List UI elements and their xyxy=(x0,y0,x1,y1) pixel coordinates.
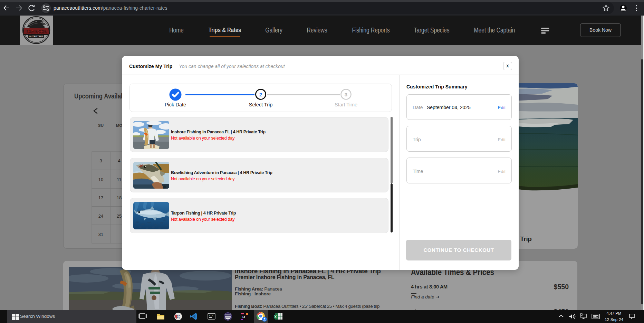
svg-text:MO: MO xyxy=(116,123,123,127)
svg-text:11: 11 xyxy=(117,177,122,182)
svg-text:C:\: C:\ xyxy=(209,314,213,317)
svg-text:3: 3 xyxy=(345,92,347,97)
svg-text:18: 18 xyxy=(117,195,122,200)
svg-text:OUTFITTERS: OUTFITTERS xyxy=(29,35,44,38)
svg-text:17: 17 xyxy=(98,195,103,200)
svg-text:2: 2 xyxy=(259,92,262,97)
svg-text:IJ: IJ xyxy=(242,315,245,319)
svg-text:31: 31 xyxy=(98,232,103,237)
svg-text:24: 24 xyxy=(98,213,103,219)
svg-text:25: 25 xyxy=(117,213,122,219)
svg-text:10: 10 xyxy=(98,177,103,182)
svg-text:X: X xyxy=(275,315,277,319)
svg-text:4: 4 xyxy=(118,158,120,163)
svg-text:SU: SU xyxy=(98,123,104,127)
svg-text:PANACEA: PANACEA xyxy=(26,29,47,34)
svg-text:3: 3 xyxy=(99,158,102,163)
